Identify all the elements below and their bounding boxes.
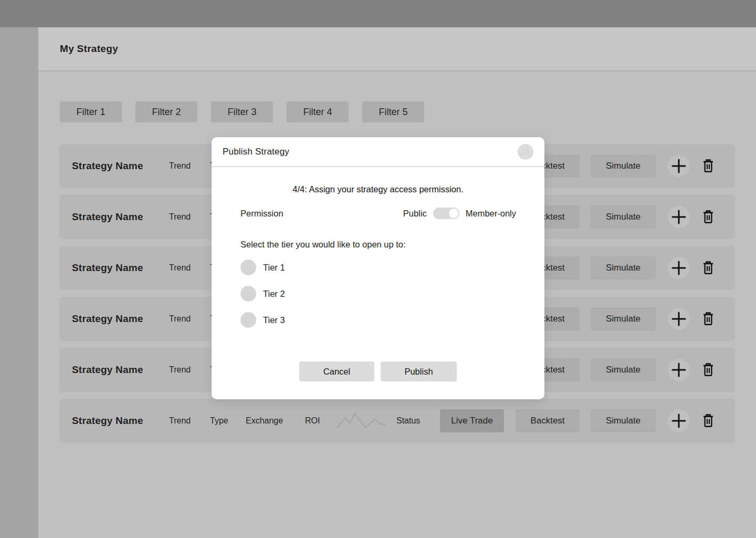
add-button[interactable] [668,410,690,432]
tier-3-radio[interactable] [240,312,256,328]
filter-3-button[interactable]: Filter 3 [211,101,273,122]
tier-1-label: Tier 1 [263,263,285,273]
plus-icon [671,209,687,225]
simulate-button[interactable]: Simulate [591,154,656,178]
tier-1-radio[interactable] [240,260,256,275]
simulate-button[interactable]: Simulate [591,358,656,381]
filter-bar: Filter 1 Filter 2 Filter 3 Filter 4 Filt… [60,101,424,122]
strategy-trend: Trend [169,314,191,324]
tier-3-label: Tier 3 [263,315,285,325]
strategy-name: Strategy Name [72,262,143,274]
plus-icon [671,260,687,276]
tier-2-radio[interactable] [240,286,256,302]
trash-icon [701,311,715,327]
strategy-name: Strategy Name [72,313,143,325]
live-trade-button[interactable]: Live Trade [440,409,504,432]
publish-strategy-modal: Publish Strategy 4/4: Assign your strate… [212,137,544,399]
content-header: My Strategy [38,27,756,71]
plus-icon [671,158,687,174]
strategy-trend: Trend [169,212,191,222]
page-title: My Strategy [60,43,118,55]
strategy-name: Strategy Name [72,415,143,427]
filter-2-button[interactable]: Filter 2 [135,101,197,122]
tier-item: Tier 3 [240,312,285,328]
filter-5-button[interactable]: Filter 5 [362,101,424,122]
tier-list: Tier 1 Tier 2 Tier 3 [240,260,285,328]
app-root: { "app": { "page_title": "My Strategy" }… [0,0,756,538]
trash-icon [701,209,715,225]
filter-4-button[interactable]: Filter 4 [287,101,349,122]
delete-button[interactable] [701,260,716,276]
toggle-knob [449,209,458,218]
strategy-trend: Trend [169,365,191,375]
strategy-name: Strategy Name [72,211,143,223]
delete-button[interactable] [701,311,716,327]
plus-icon [671,311,687,327]
strategy-row: Strategy Name Trend Type Exchange ROI St… [59,399,735,443]
strategy-roi: ROI [305,416,320,426]
simulate-button[interactable]: Simulate [591,409,656,432]
modal-title: Publish Strategy [223,147,289,157]
add-button[interactable] [668,155,690,177]
permission-options: Public Member-only [403,208,516,219]
simulate-button[interactable]: Simulate [591,256,656,280]
tier-2-label: Tier 2 [263,289,285,299]
add-button[interactable] [668,308,690,330]
permission-row: Permission Public Member-only [240,206,516,221]
tier-prompt: Select the tier you would like to open u… [240,240,406,250]
modal-actions: Cancel Publish [299,361,457,381]
permission-label: Permission [240,209,284,219]
delete-button[interactable] [701,361,716,378]
publish-button[interactable]: Publish [381,361,457,381]
backtest-button[interactable]: Backtest [516,409,580,432]
plus-icon [671,413,687,429]
trash-icon [701,362,715,378]
modal-header: Publish Strategy [212,137,544,167]
strategy-name: Strategy Name [72,160,143,172]
strategy-status: Status [396,416,420,426]
filter-1-button[interactable]: Filter 1 [60,101,122,122]
strategy-trend: Trend [169,416,191,426]
simulate-button[interactable]: Simulate [591,205,656,229]
strategy-trend: Trend [169,263,191,273]
tier-item: Tier 2 [240,286,285,302]
delete-button[interactable] [701,412,716,429]
sidebar-nav-rail [0,27,38,538]
close-circle-icon[interactable] [518,144,533,160]
strategy-name: Strategy Name [72,364,143,376]
top-app-bar [0,0,756,27]
strategy-type: Type [210,416,228,426]
step-text: 4/4: Assign your strategy access permiss… [212,184,544,194]
trash-icon [701,158,715,174]
delete-button[interactable] [701,158,716,174]
trash-icon [701,260,715,276]
sparkline-chart [336,412,386,429]
add-button[interactable] [668,206,690,228]
strategy-trend: Trend [169,161,191,171]
member-only-option-label: Member-only [466,209,516,219]
trash-icon [701,413,715,429]
add-button[interactable] [668,257,690,279]
tier-item: Tier 1 [240,260,285,275]
add-button[interactable] [668,359,690,381]
strategy-exchange: Exchange [246,416,283,426]
cancel-button[interactable]: Cancel [299,361,374,381]
delete-button[interactable] [701,209,716,225]
permission-toggle[interactable] [433,208,459,219]
public-option-label: Public [403,209,427,219]
simulate-button[interactable]: Simulate [591,307,656,330]
plus-icon [671,362,687,378]
